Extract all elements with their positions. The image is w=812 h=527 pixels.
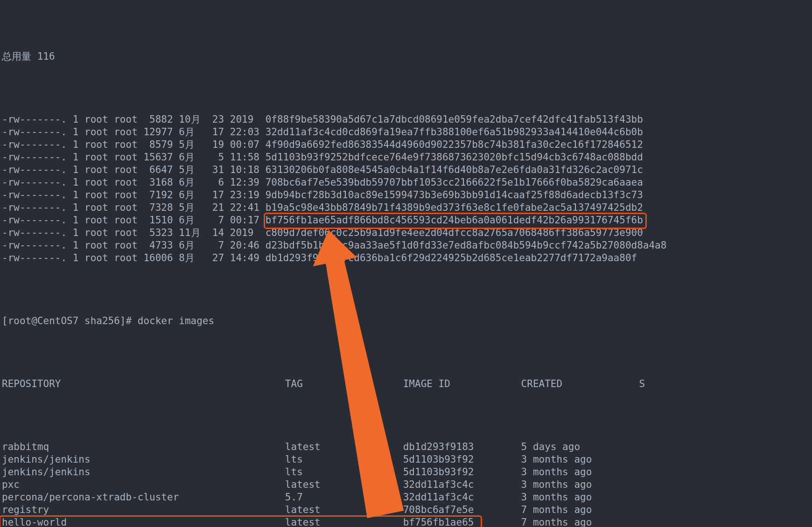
ls-row: -rw-------. 1 root root 7192 6月 17 23:19… <box>0 189 812 201</box>
ls-row: -rw-------. 1 root root 3168 6月 6 12:39 … <box>0 176 812 189</box>
docker-image-row-text: jenkins/jenkins lts 5d1103b93f92 3 month… <box>2 453 592 466</box>
ls-row-hash: 5d1103b93f9252bdfcece764e9f7386873623020… <box>266 151 643 164</box>
docker-image-row-text: hello-world latest bf756fb1ae65 7 months… <box>2 516 592 527</box>
ls-row: -rw-------. 1 root root 16006 8月 27 14:4… <box>0 252 812 264</box>
shell-prompt: [root@CentOS7 sha256]# <box>2 315 138 327</box>
ls-row-meta: -rw-------. 1 root root 5882 10月 23 2019 <box>2 113 266 126</box>
ls-row-meta: -rw-------. 1 root root 5323 11月 14 2019 <box>2 227 266 239</box>
ls-row: -rw-------. 1 root root 8579 5月 19 00:07… <box>0 139 812 151</box>
docker-image-row: rabbitmq latest db1d293f9183 5 days ago <box>0 441 812 453</box>
ls-listing: -rw-------. 1 root root 5882 10月 23 2019… <box>0 113 812 264</box>
ls-row-hash: c809d7def06c0c25b9a1d9fe4ee2d04dfcc8a276… <box>266 227 643 239</box>
ls-row-meta: -rw-------. 1 root root 3168 6月 6 12:39 <box>2 176 266 189</box>
ls-row: -rw-------. 1 root root 1510 6月 7 00:17 … <box>0 214 812 227</box>
ls-row-meta: -rw-------. 1 root root 15637 6月 5 11:58 <box>2 151 266 164</box>
ls-row-meta: -rw-------. 1 root root 4733 6月 7 20:46 <box>2 239 266 252</box>
docker-image-row: percona/percona-xtradb-cluster 5.7 32dd1… <box>0 491 812 504</box>
ls-row: -rw-------. 1 root root 12977 6月 17 22:0… <box>0 126 812 139</box>
ls-row-hash: db1d293f918377cd636ba1c6f29d224925b2d685… <box>266 252 637 264</box>
command-text: docker images <box>138 315 214 327</box>
docker-image-row: registry latest 708bc6af7e5e 7 months ag… <box>0 504 812 516</box>
ls-row-meta: -rw-------. 1 root root 6647 5月 31 10:18 <box>2 164 266 176</box>
ls-row-meta: -rw-------. 1 root root 7328 5月 21 22:41 <box>2 201 266 214</box>
ls-row: -rw-------. 1 root root 5882 10月 23 2019… <box>0 113 812 126</box>
ls-row: -rw-------. 1 root root 7328 5月 21 22:41… <box>0 201 812 214</box>
ls-row-hash: b19a5c98e43bb87849b71f4389b9ed373f63e8c1… <box>266 201 643 214</box>
ls-row: -rw-------. 1 root root 5323 11月 14 2019… <box>0 227 812 239</box>
ls-row-meta: -rw-------. 1 root root 7192 6月 17 23:19 <box>2 189 266 201</box>
docker-image-row-text: registry latest 708bc6af7e5e 7 months ag… <box>2 504 592 516</box>
ls-row-meta: -rw-------. 1 root root 8579 5月 19 00:07 <box>2 139 266 151</box>
ls-row-meta: -rw-------. 1 root root 1510 6月 7 00:17 <box>2 214 266 227</box>
ls-total-text: 总用量 116 <box>2 50 55 63</box>
docker-image-row: hello-world latest bf756fb1ae65 7 months… <box>0 516 812 527</box>
ls-row-hash: 0f88f9be58390a5d67c1a7dbcd08691e059fea2d… <box>266 113 643 126</box>
docker-images-listing: rabbitmq latest db1d293f9183 5 days agoj… <box>0 441 812 527</box>
ls-row-hash: 9db94bcf28b3d10ac89e1599473b3e69b3bb91d1… <box>266 189 643 201</box>
ls-row-hash: 32dd11af3c4cd0cd869fa19ea7ffb388100ef6a5… <box>266 126 643 139</box>
ls-row-hash: d23bdf5b1b1b1c9aa33ae5f1d0fd33e7ed8afbc0… <box>266 239 667 252</box>
docker-image-row-text: percona/percona-xtradb-cluster 5.7 32dd1… <box>2 491 592 504</box>
docker-image-row: pxc latest 32dd11af3c4c 3 months ago <box>0 478 812 491</box>
ls-row-hash: 708bc6af7e5e539bdb59707bbf1053cc2166622f… <box>266 176 643 189</box>
docker-image-row-text: jenkins/jenkins lts 5d1103b93f92 3 month… <box>2 466 592 478</box>
docker-image-row: jenkins/jenkins lts 5d1103b93f92 3 month… <box>0 466 812 478</box>
prompt-line-1[interactable]: [root@CentOS7 sha256]# docker images <box>0 315 812 327</box>
ls-row: -rw-------. 1 root root 4733 6月 7 20:46 … <box>0 239 812 252</box>
ls-row-hash: 63130206b0fa808e4545a0cb4a1f14f6d40b8a7e… <box>266 164 643 176</box>
docker-image-row-text: pxc latest 32dd11af3c4c 3 months ago <box>2 478 592 491</box>
ls-row-meta: -rw-------. 1 root root 16006 8月 27 14:4… <box>2 252 266 264</box>
ls-row: -rw-------. 1 root root 6647 5月 31 10:18… <box>0 164 812 176</box>
ls-total-line: 总用量 116 <box>0 50 812 63</box>
ls-row: -rw-------. 1 root root 15637 6月 5 11:58… <box>0 151 812 164</box>
ls-row-meta: -rw-------. 1 root root 12977 6月 17 22:0… <box>2 126 266 139</box>
docker-header-text: REPOSITORY TAG IMAGE ID CREATED S <box>2 378 645 390</box>
docker-images-header: REPOSITORY TAG IMAGE ID CREATED S <box>0 378 812 390</box>
docker-image-row-text: rabbitmq latest db1d293f9183 5 days ago <box>2 441 580 453</box>
terminal-window[interactable]: 总用量 116 -rw-------. 1 root root 5882 10月… <box>0 0 812 527</box>
ls-row-hash: bf756fb1ae65adf866bd8c456593cd24beb6a0a0… <box>266 214 643 227</box>
docker-image-row: jenkins/jenkins lts 5d1103b93f92 3 month… <box>0 453 812 466</box>
ls-row-hash: 4f90d9a6692fed86383544d4960d9022357b8c74… <box>266 139 643 151</box>
